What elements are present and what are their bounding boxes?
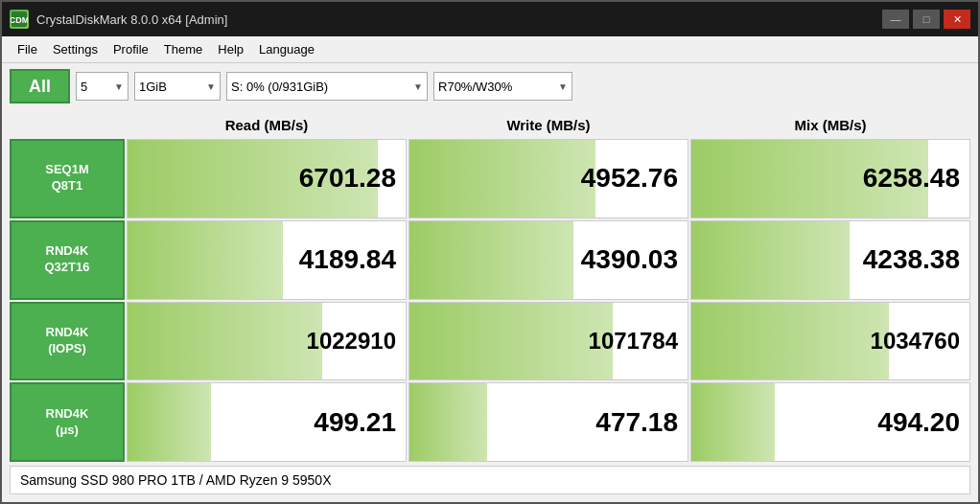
- cell-mix-3: 494.20: [690, 382, 970, 462]
- drive-dropdown-arrow: ▼: [413, 81, 423, 92]
- status-bar: Samsung SSD 980 PRO 1TB / AMD Ryzen 9 59…: [10, 466, 970, 494]
- col-header-read: Read (MB/s): [127, 113, 407, 137]
- menu-help[interactable]: Help: [210, 40, 251, 58]
- window-controls: — □ ✕: [882, 10, 970, 29]
- main-content: Read (MB/s) Write (MB/s) Mix (MB/s) SEQ1…: [2, 109, 978, 502]
- value-read-0: 6701.28: [299, 163, 396, 194]
- maximize-button[interactable]: □: [913, 10, 940, 29]
- row-label: RND4K (μs): [10, 382, 125, 462]
- svg-text:CDM: CDM: [11, 15, 28, 25]
- close-button[interactable]: ✕: [944, 10, 970, 29]
- value-mix-3: 494.20: [877, 407, 960, 438]
- menu-theme[interactable]: Theme: [156, 40, 210, 58]
- value-read-3: 499.21: [314, 407, 396, 438]
- cell-read-2: 1022910: [127, 302, 407, 381]
- size-dropdown[interactable]: 1GiB ▼: [134, 72, 221, 101]
- value-read-1: 4189.84: [299, 244, 396, 275]
- value-mix-1: 4238.38: [863, 244, 960, 275]
- col-header-write: Write (MB/s): [408, 113, 688, 137]
- menu-profile[interactable]: Profile: [105, 40, 156, 58]
- menu-bar: File Settings Profile Theme Help Languag…: [2, 36, 978, 63]
- menu-file[interactable]: File: [10, 40, 45, 58]
- data-rows: SEQ1M Q8T16701.284952.766258.48RND4K Q32…: [10, 139, 970, 462]
- table-header: Read (MB/s) Write (MB/s) Mix (MB/s): [10, 113, 970, 137]
- minimize-button[interactable]: —: [882, 10, 909, 29]
- row-label: SEQ1M Q8T1: [10, 139, 125, 218]
- value-write-0: 4952.76: [581, 163, 678, 194]
- cell-write-2: 1071784: [408, 302, 688, 381]
- cell-write-0: 4952.76: [408, 139, 688, 218]
- value-write-3: 477.18: [595, 407, 678, 438]
- cell-mix-2: 1034760: [690, 302, 970, 381]
- value-write-1: 4390.03: [581, 244, 678, 275]
- count-dropdown-arrow: ▼: [114, 81, 124, 92]
- col-header-mix: Mix (MB/s): [690, 113, 970, 137]
- value-write-2: 1071784: [589, 328, 678, 355]
- mode-dropdown[interactable]: R70%/W30% ▼: [433, 72, 572, 101]
- row-label: RND4K (IOPS): [10, 302, 125, 381]
- menu-settings[interactable]: Settings: [45, 40, 105, 58]
- mode-dropdown-arrow: ▼: [558, 81, 568, 92]
- cell-mix-0: 6258.48: [690, 139, 970, 218]
- toolbar: All 5 ▼ 1GiB ▼ S: 0% (0/931GiB) ▼ R70%/W…: [2, 63, 978, 109]
- cell-write-1: 4390.03: [408, 220, 688, 300]
- drive-dropdown[interactable]: S: 0% (0/931GiB) ▼: [226, 72, 428, 101]
- cell-write-3: 477.18: [408, 382, 688, 462]
- value-mix-2: 1034760: [871, 328, 960, 355]
- cell-mix-1: 4238.38: [690, 220, 970, 300]
- title-bar: CDM CrystalDiskMark 8.0.0 x64 [Admin] — …: [2, 2, 978, 36]
- main-window: CDM CrystalDiskMark 8.0.0 x64 [Admin] — …: [0, 0, 980, 504]
- cell-read-0: 6701.28: [127, 139, 407, 218]
- row-label: RND4K Q32T16: [10, 220, 125, 300]
- window-title: CrystalDiskMark 8.0.0 x64 [Admin]: [36, 12, 882, 27]
- value-read-2: 1022910: [307, 328, 396, 355]
- menu-language[interactable]: Language: [251, 40, 322, 58]
- size-dropdown-arrow: ▼: [206, 81, 216, 92]
- all-button[interactable]: All: [10, 69, 70, 103]
- count-dropdown[interactable]: 5 ▼: [76, 72, 128, 101]
- cell-read-1: 4189.84: [127, 220, 407, 300]
- value-mix-0: 6258.48: [863, 163, 960, 194]
- table-row: RND4K (IOPS)102291010717841034760: [10, 302, 970, 381]
- app-icon: CDM: [10, 10, 29, 29]
- table-row: RND4K (μs)499.21477.18494.20: [10, 382, 970, 462]
- col-header-empty: [10, 113, 125, 137]
- cell-read-3: 499.21: [127, 382, 407, 462]
- table-row: RND4K Q32T164189.844390.034238.38: [10, 220, 970, 300]
- table-row: SEQ1M Q8T16701.284952.766258.48: [10, 139, 970, 218]
